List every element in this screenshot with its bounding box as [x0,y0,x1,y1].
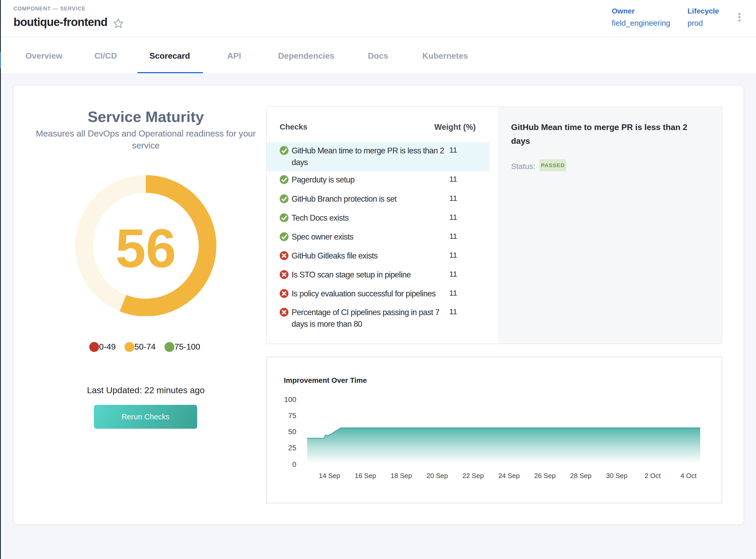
svg-text:56: 56 [115,218,176,279]
